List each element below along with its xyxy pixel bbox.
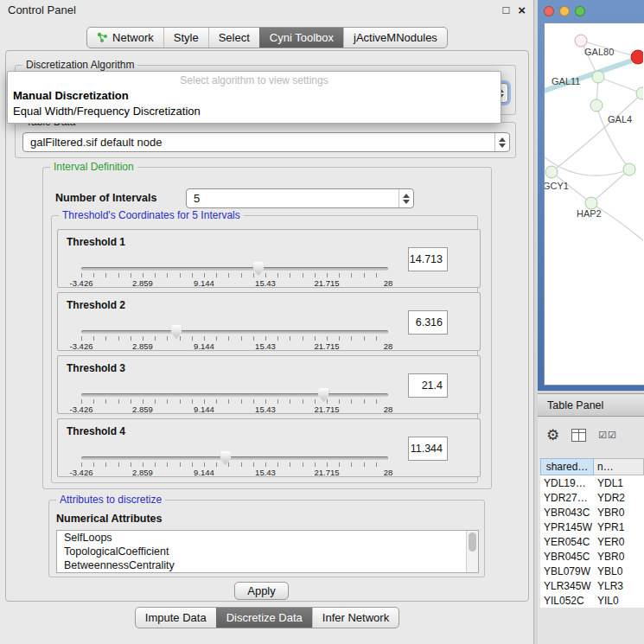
column-header-name[interactable]: n… — [594, 458, 644, 475]
network-node[interactable] — [575, 35, 587, 47]
slider-track[interactable] — [81, 330, 388, 334]
list-scrollbar[interactable] — [466, 531, 478, 572]
list-item[interactable]: BetweennessCentrality — [57, 558, 478, 572]
slider-track[interactable] — [81, 267, 388, 271]
dropdown-option-equal-width[interactable]: Equal Width/Frequency Discretization — [8, 104, 501, 119]
apply-button[interactable]: Apply — [234, 582, 289, 600]
list-item[interactable]: TopologicalCoefficient — [57, 545, 478, 558]
table-panel: ⚙ ☑☑ shared… n… YDL19…YDL1YDR27…YDR2YBR0… — [538, 417, 644, 644]
float-window-icon[interactable]: □ — [502, 4, 509, 16]
table-row[interactable]: YBR045CYBR0 — [540, 549, 644, 564]
slider-track[interactable] — [81, 393, 388, 397]
threshold-label: Threshold 4 — [67, 425, 125, 437]
threshold-value-input[interactable]: 6.316 — [408, 310, 448, 335]
network-canvas[interactable]: GAL80GAL11GAL4GCY1HAP2 — [544, 22, 644, 386]
network-node[interactable] — [585, 197, 597, 209]
tab-discretize-data[interactable]: Discretize Data — [216, 608, 312, 628]
tick-label: 9.144 — [194, 405, 214, 414]
network-view-window: GAL80GAL11GAL4GCY1HAP2 — [538, 0, 644, 391]
attributes-list[interactable]: SelfLoops TopologicalCoefficient Between… — [56, 530, 479, 573]
table-row[interactable]: YER054CYER0 — [540, 534, 644, 549]
table-row[interactable]: YLR345WYLR3 — [540, 578, 644, 593]
columns-icon[interactable] — [571, 429, 586, 442]
tick-label: 21.715 — [314, 468, 339, 477]
tick-label: 28 — [384, 341, 393, 351]
zoom-traffic-icon[interactable] — [575, 6, 585, 16]
threshold-label: Threshold 3 — [67, 362, 125, 374]
node-label: GCY1 — [545, 181, 569, 191]
threshold-value-input[interactable]: 14.713 — [408, 247, 448, 271]
cyni-toolbox-panel: Discretization Algorithm Table Data galF… — [5, 50, 529, 602]
window-controls: □ × — [502, 3, 526, 16]
network-node[interactable] — [623, 163, 635, 175]
tab-label: Discretize Data — [226, 611, 303, 624]
slider-tick-labels: -3.4262.8599.14415.4321.71528 — [81, 405, 388, 414]
slider-tick-labels: -3.4262.8599.14415.4321.71528 — [81, 341, 388, 351]
tick-label: 2.859 — [132, 405, 153, 414]
threshold-value-input[interactable]: 21.4 — [408, 373, 448, 398]
table-row[interactable]: YDR27…YDR2 — [540, 490, 644, 505]
slider-ticks — [81, 462, 388, 467]
interval-definition-group: Interval Definition Number of Intervals … — [42, 167, 492, 489]
tab-label: Style — [174, 31, 199, 44]
tick-label: -3.426 — [70, 468, 93, 477]
gear-icon[interactable]: ⚙ — [546, 428, 559, 443]
spinner-stepper-icon[interactable] — [399, 189, 413, 207]
node-label: GAL80 — [584, 47, 614, 57]
threshold-panel: Threshold 2 -3.4262.8599.14415.4321.7152… — [57, 292, 481, 351]
network-canvas-svg: GAL80GAL11GAL4GCY1HAP2 — [545, 23, 643, 385]
tab-select[interactable]: Select — [208, 28, 259, 48]
dropdown-option-manual-discretization[interactable]: Manual Discretization — [8, 88, 501, 104]
tab-label: Select — [219, 31, 250, 44]
combobox-stepper-icon[interactable] — [494, 133, 509, 151]
threshold-coordinates-group: Threshold's Coordinates for 5 Intervals … — [51, 215, 478, 483]
table-cell: YLR345W — [540, 578, 594, 593]
interval-definition-title: Interval Definition — [50, 161, 137, 173]
tab-style[interactable]: Style — [163, 28, 208, 48]
tick-label: 9.144 — [194, 341, 214, 351]
tab-cyni-toolbox[interactable]: Cyni Toolbox — [259, 28, 343, 48]
threshold-coordinates-title: Threshold's Coordinates for 5 Intervals — [59, 209, 244, 221]
slider-tick-labels: -3.4262.8599.14415.4321.71528 — [81, 278, 388, 288]
numerical-attributes-label: Numerical Attributes — [56, 513, 162, 525]
threshold-value-input[interactable]: 11.344 — [408, 437, 448, 461]
close-window-icon[interactable]: × — [518, 3, 526, 16]
dropdown-hint: Select algorithm to view settings — [8, 72, 501, 88]
table-toolbar: ⚙ ☑☑ — [546, 425, 617, 444]
tab-impute-data[interactable]: Impute Data — [136, 608, 216, 628]
scrollbar-thumb[interactable] — [469, 532, 476, 552]
slider-ticks — [81, 273, 388, 277]
number-of-intervals-spinner[interactable]: 5 — [186, 188, 414, 208]
list-item[interactable]: SelfLoops — [57, 531, 478, 545]
column-header-shared-name[interactable]: shared… — [540, 458, 594, 475]
table-row[interactable]: YIL052CYIL0 — [540, 593, 644, 608]
tick-label: 15.43 — [255, 278, 276, 288]
threshold-panel: Threshold 3 -3.4262.8599.14415.4321.7152… — [57, 355, 481, 414]
number-of-intervals-label: Number of Intervals — [55, 192, 156, 204]
network-edge — [598, 77, 642, 93]
table-row[interactable]: YBL079WYBL0 — [540, 564, 644, 578]
bottom-tab-bar: Impute Data Discretize Data Infer Networ… — [0, 607, 534, 628]
table-cell: YPR1 — [594, 520, 644, 534]
table-row[interactable]: YBR043CYBR0 — [540, 505, 644, 520]
network-node[interactable] — [592, 71, 604, 83]
table-cell: YBL0 — [594, 564, 644, 578]
network-node[interactable] — [545, 166, 558, 178]
tab-network[interactable]: Network — [87, 28, 163, 48]
slider-ticks — [81, 336, 388, 341]
slider-track[interactable] — [81, 456, 388, 460]
select-columns-icon[interactable]: ☑☑ — [598, 430, 617, 441]
table-cell: YBL079W — [540, 564, 594, 578]
window-title: Control Panel — [8, 3, 76, 16]
tab-jactivemnodules[interactable]: jActiveMNodules — [343, 28, 447, 48]
close-traffic-icon[interactable] — [544, 6, 554, 16]
network-node[interactable] — [590, 99, 603, 112]
control-panel-window: Control Panel □ × Network Style Select C… — [0, 0, 534, 644]
tab-infer-network[interactable]: Infer Network — [312, 608, 399, 628]
network-node[interactable] — [631, 50, 643, 64]
table-cell: YPR145W — [540, 520, 594, 534]
table-data-combobox[interactable]: galFiltered.sif default node — [22, 132, 510, 152]
table-row[interactable]: YPR145WYPR1 — [540, 520, 644, 534]
minimize-traffic-icon[interactable] — [559, 6, 570, 16]
table-row[interactable]: YDL19…YDL1 — [540, 475, 644, 490]
